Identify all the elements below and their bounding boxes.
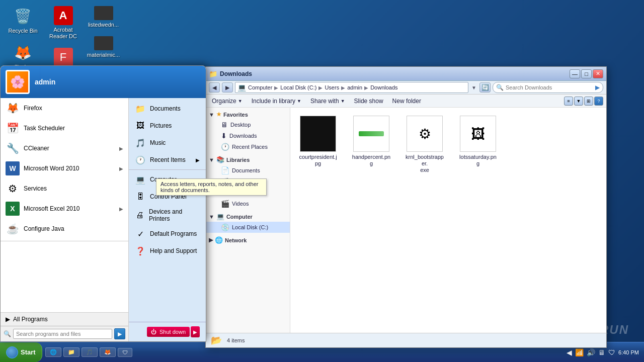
ccleaner-label: CCleaner	[24, 145, 115, 152]
view-large-button[interactable]: ⊞	[584, 97, 593, 106]
view-list-button[interactable]: ≡	[564, 97, 573, 106]
address-bar[interactable]: 💻 Computer ▶ Local Disk (C:) ▶ Users ▶ a…	[235, 82, 468, 93]
libraries-header[interactable]: ▼ 📚 Libraries	[206, 154, 290, 165]
security-tray-icon[interactable]: 🛡	[608, 348, 615, 356]
nav-downloads[interactable]: ⬇ Downloads	[206, 130, 290, 141]
view-options-button[interactable]: ▼	[574, 97, 583, 106]
search-go-button[interactable]: ▶	[595, 84, 600, 91]
recent-arrow: ▶	[196, 157, 200, 163]
network-chevron: ▶	[209, 237, 213, 243]
share-with-button[interactable]: Share with ▼	[307, 97, 348, 106]
control-panel-icon: 🎛	[135, 191, 146, 202]
start-place-music[interactable]: 🎵 Music	[129, 134, 206, 151]
start-place-pictures[interactable]: 🖼 Pictures	[129, 117, 206, 134]
start-app-ccleaner[interactable]: 🔧 CCleaner ▶	[1, 138, 128, 158]
include-library-button[interactable]: Include in library ▼	[249, 97, 304, 106]
start-app-task-scheduler[interactable]: 📅 Task Scheduler	[1, 118, 128, 138]
address-localdisk: Local Disk (C:)	[280, 84, 316, 90]
minimize-button[interactable]: —	[570, 69, 580, 78]
task-scheduler-icon: 📅	[6, 121, 20, 135]
taskbar-ie[interactable]: 🌐	[45, 347, 61, 357]
help-button[interactable]: ?	[594, 97, 603, 106]
libraries-nav-icon: 📚	[216, 156, 224, 163]
start-place-documents[interactable]: 📁 Documents	[129, 100, 206, 117]
services-icon: ⚙	[6, 182, 20, 196]
taskbar-firefox[interactable]: 🦊	[100, 347, 116, 357]
nav-local-disk[interactable]: 💿 Local Disk (C:)	[206, 222, 290, 233]
content-area: courtpresident.jpg handpercent.png ⚙	[290, 108, 606, 333]
network-header[interactable]: ▶ 🌐 Network	[206, 235, 290, 245]
desktop-icon-acrobat[interactable]: A AcrobatReader DC	[44, 4, 82, 42]
services-label: Services	[24, 185, 123, 192]
forward-button[interactable]: ▶	[222, 82, 233, 93]
search-programs-button[interactable]: ▶	[114, 328, 125, 339]
window-controls: — □ ✕	[570, 69, 603, 78]
user-avatar: 🌸	[6, 70, 30, 94]
nav-documents[interactable]: 📄 Documents	[206, 165, 290, 176]
address-admin: admin	[347, 84, 362, 90]
start-place-default-programs[interactable]: ✓ Default Programs	[129, 225, 206, 242]
window-title: Downloads	[220, 70, 567, 77]
desktop-icon-listed[interactable]: listedwedn...	[85, 4, 122, 30]
taskbar-explorer[interactable]: 📁	[63, 347, 79, 357]
file-handpercent[interactable]: handpercent.png	[349, 113, 394, 177]
taskbar-shield[interactable]: 🛡	[118, 348, 132, 357]
window-body: ▼ ★ Favorites 🖥 Desktop ⬇ Downloads 🕐	[206, 108, 606, 333]
nav-recent-places[interactable]: 🕐 Recent Places	[206, 141, 290, 152]
libraries-chevron: ▼	[209, 157, 214, 163]
tray-arrow[interactable]: ◀	[567, 348, 572, 356]
start-app-java[interactable]: ☕ Configure Java	[1, 219, 128, 239]
taskbar-media[interactable]: 🎵	[82, 347, 98, 357]
document-tooltip: Access letters, reports, notes, and othe…	[156, 178, 267, 196]
volume-tray-icon[interactable]: 🔊	[587, 348, 595, 356]
acrobat-icon: A	[54, 6, 73, 25]
search-programs-input[interactable]	[13, 329, 112, 339]
monitor-tray-icon[interactable]: 🖥	[598, 348, 605, 356]
back-button[interactable]: ◀	[209, 82, 220, 93]
all-programs-item[interactable]: ▶ All Programs	[1, 312, 128, 326]
share-with-label: Share with	[310, 98, 339, 105]
start-place-help[interactable]: ❓ Help and Support	[129, 242, 206, 259]
network-section: ▶ 🌐 Network	[206, 235, 290, 245]
slide-show-button[interactable]: Slide show	[351, 97, 386, 106]
devices-icon: 🖨	[135, 210, 145, 221]
favorites-header[interactable]: ▼ ★ Favorites	[206, 110, 290, 119]
start-place-devices[interactable]: 🖨 Devices and Printers	[129, 205, 206, 225]
start-app-firefox[interactable]: 🦊 Firefox	[1, 98, 128, 118]
shutdown-button[interactable]: ⏻ Shut down	[147, 327, 190, 337]
file-courtpresident[interactable]: courtpresident.jpg	[295, 113, 341, 177]
maximize-button[interactable]: □	[581, 69, 592, 78]
refresh-button[interactable]: 🔄	[479, 82, 491, 93]
address-dropdown[interactable]: ▼	[470, 82, 477, 93]
organize-button[interactable]: Organize ▼	[209, 97, 246, 106]
status-folder-icon: 📂	[211, 335, 222, 346]
start-app-word[interactable]: W Microsoft Word 2010 ▶	[1, 158, 128, 178]
start-menu-bottom: ⏻ Shut down ▶	[129, 322, 206, 341]
excel-icon: X	[6, 202, 20, 216]
start-app-excel[interactable]: X Microsoft Excel 2010 ▶	[1, 199, 128, 219]
listed-icon	[94, 6, 113, 20]
new-folder-button[interactable]: New folder	[389, 97, 424, 106]
material-label: materialmic...	[87, 52, 120, 58]
start-app-services[interactable]: ⚙ Services	[1, 178, 128, 199]
nav-docs-label: Documents	[232, 167, 260, 173]
start-place-recent[interactable]: 🕐 Recent Items ▶	[129, 151, 206, 168]
status-bar: 📂 4 items	[206, 333, 606, 347]
desktop-icon-recycle-bin[interactable]: 🗑️ Recycle Bin	[4, 4, 42, 36]
close-button[interactable]: ✕	[593, 69, 603, 78]
file-krnl[interactable]: ⚙ krnl_bootstrapper.exe	[402, 113, 447, 177]
start-button[interactable]: Start	[0, 342, 42, 362]
network-tray-icon[interactable]: 📶	[575, 348, 584, 356]
shutdown-arrow-button[interactable]: ▶	[191, 326, 200, 337]
system-tray: ◀ 📶 🔊 🖥 🛡 6:40 PM	[561, 348, 644, 356]
search-input[interactable]	[506, 84, 593, 90]
nav-desktop[interactable]: 🖥 Desktop	[206, 119, 290, 130]
view-controls: ≡ ▼ ⊞ ?	[564, 97, 603, 106]
computer-header[interactable]: ▼ 💻 Computer	[206, 211, 290, 222]
desktop-icon-material[interactable]: materialmic...	[85, 34, 122, 60]
start-menu-left: 🦊 Firefox 📅 Task Scheduler 🔧 CCleaner ▶	[1, 98, 129, 341]
recycle-bin-icon: 🗑️	[13, 6, 33, 26]
nav-videos[interactable]: 🎬 Videos	[206, 198, 290, 209]
clock: 6:40 PM	[618, 349, 639, 355]
file-lotssaturday[interactable]: 🖼 lotssaturday.png	[455, 113, 501, 177]
